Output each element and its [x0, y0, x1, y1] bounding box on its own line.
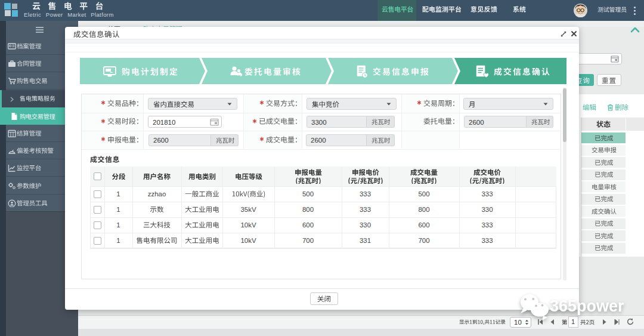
svg-text:365power: 365power: [550, 297, 624, 315]
